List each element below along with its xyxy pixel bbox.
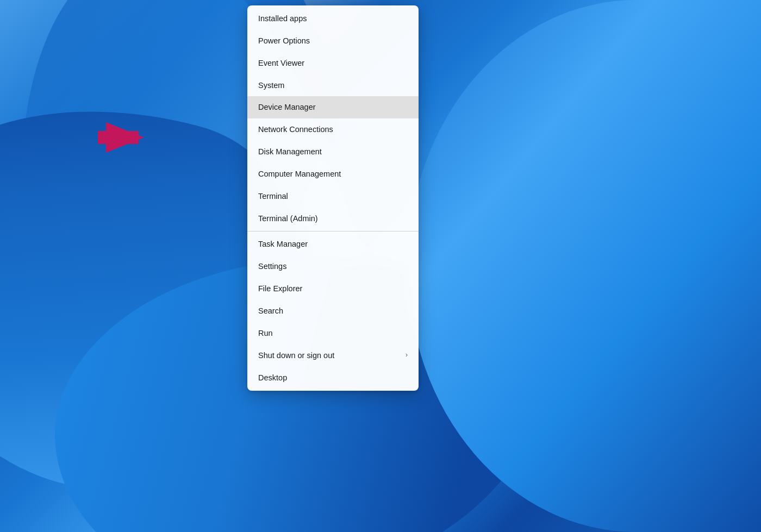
menu-item-label: Device Manager <box>258 102 316 112</box>
menu-item-file-explorer[interactable]: File Explorer <box>247 278 419 300</box>
menu-item-label: Computer Management <box>258 169 341 179</box>
menu-item-settings[interactable]: Settings <box>247 255 419 278</box>
menu-item-label: System <box>258 80 284 91</box>
pointer-arrow <box>106 122 144 155</box>
menu-item-label: Desktop <box>258 373 287 383</box>
menu-item-task-manager[interactable]: Task Manager <box>247 233 419 255</box>
menu-separator-1 <box>247 231 419 231</box>
context-menu: Installed apps Power Options Event Viewe… <box>247 5 419 391</box>
menu-item-terminal-admin[interactable]: Terminal (Admin) <box>247 208 419 230</box>
menu-item-system[interactable]: System <box>247 74 419 97</box>
menu-item-computer-management[interactable]: Computer Management <box>247 163 419 185</box>
menu-item-power-options[interactable]: Power Options <box>247 30 419 52</box>
menu-item-label: Event Viewer <box>258 58 304 68</box>
menu-item-shut-down[interactable]: Shut down or sign out › <box>247 345 419 367</box>
menu-item-network-connections[interactable]: Network Connections <box>247 118 419 141</box>
menu-item-run[interactable]: Run <box>247 322 419 345</box>
menu-item-terminal[interactable]: Terminal <box>247 185 419 208</box>
menu-item-label: Task Manager <box>258 239 308 249</box>
menu-item-desktop[interactable]: Desktop <box>247 367 419 389</box>
menu-item-label: Shut down or sign out <box>258 351 334 361</box>
menu-item-label: Disk Management <box>258 147 322 157</box>
menu-item-installed-apps[interactable]: Installed apps <box>247 8 419 30</box>
menu-item-label: File Explorer <box>258 284 302 294</box>
menu-item-label: Network Connections <box>258 124 333 135</box>
menu-item-disk-management[interactable]: Disk Management <box>247 141 419 163</box>
menu-item-label: Run <box>258 328 273 339</box>
menu-item-event-viewer[interactable]: Event Viewer <box>247 52 419 74</box>
menu-item-search[interactable]: Search <box>247 300 419 322</box>
menu-item-label: Settings <box>258 261 286 272</box>
menu-item-label: Power Options <box>258 36 310 46</box>
menu-item-label: Search <box>258 306 283 316</box>
menu-item-label: Installed apps <box>258 14 307 24</box>
menu-item-label: Terminal (Admin) <box>258 214 318 224</box>
submenu-arrow-icon: › <box>406 351 408 360</box>
menu-item-device-manager[interactable]: Device Manager <box>247 96 419 118</box>
menu-item-label: Terminal <box>258 191 288 202</box>
